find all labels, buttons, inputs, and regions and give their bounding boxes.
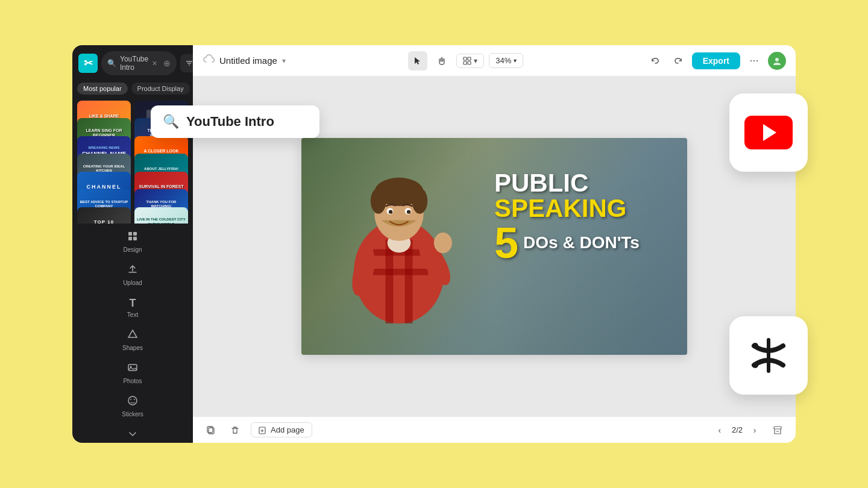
show-more-btn[interactable] [72, 425, 193, 443]
svg-point-33 [407, 210, 410, 213]
sidebar-search-bar[interactable]: 🔍 YouTube Intro ✕ ⊕ [101, 51, 177, 75]
svg-point-19 [775, 58, 779, 61]
svg-rect-16 [468, 57, 471, 60]
svg-point-35 [434, 233, 452, 253]
nav-design[interactable]: Design [72, 226, 193, 258]
floating-youtube-icon [729, 93, 808, 172]
sidebar: ✂ 🔍 YouTube Intro ✕ ⊕ [72, 45, 193, 443]
filter-button[interactable] [180, 54, 193, 72]
svg-rect-10 [128, 364, 137, 371]
svg-point-13 [130, 399, 131, 400]
topbar-right: Export ··· [646, 52, 786, 70]
canvas-content: PUBLIC SPEAKING 5 DOs & DON'Ts [301, 138, 687, 355]
text-overlay: PUBLIC SPEAKING 5 DOs & DON'Ts [494, 170, 679, 264]
design-icon [127, 231, 138, 245]
svg-marker-9 [128, 330, 137, 337]
layout-dropdown-btn[interactable]: ▾ [456, 54, 484, 68]
sidebar-search-row: ✂ 🔍 YouTube Intro ✕ ⊕ [72, 45, 193, 79]
filter-tabs-row: Most popular Product Display F [72, 79, 193, 98]
zoom-value: 34% [495, 56, 511, 65]
filter-tab-product-display[interactable]: Product Display [131, 83, 190, 95]
svg-rect-8 [133, 237, 137, 240]
nav-upload[interactable]: Upload [72, 259, 193, 291]
prev-page-btn[interactable]: ‹ [712, 423, 727, 437]
svg-point-28 [371, 188, 386, 214]
svg-point-29 [412, 188, 427, 214]
stickers-icon [127, 395, 138, 409]
editor-area: Untitled image ▾ [193, 45, 796, 443]
template-card[interactable]: LIVE IN THE COLDEST CITY IN THE WORLD [134, 207, 188, 224]
svg-point-42 [752, 343, 758, 349]
topbar-center: ▾ 34% ▾ [292, 51, 640, 70]
more-options-button[interactable]: ··· [745, 52, 763, 70]
canvas-number: 5 [494, 221, 518, 264]
archive-btn[interactable] [769, 422, 786, 439]
title-dropdown-arrow[interactable]: ▾ [282, 57, 286, 65]
search-tooltip: 🔍 YouTube Intro [151, 105, 319, 138]
svg-text:✂: ✂ [84, 57, 93, 69]
sidebar-nav: Design Upload T Text [72, 224, 193, 425]
document-title[interactable]: Untitled image [219, 55, 277, 66]
svg-rect-5 [128, 232, 132, 236]
app-wrapper: ✂ 🔍 YouTube Intro ✕ ⊕ [72, 45, 796, 443]
next-page-btn[interactable]: › [747, 423, 762, 437]
add-page-button[interactable]: Add page [251, 422, 312, 437]
svg-rect-7 [128, 237, 132, 240]
page-nav: ‹ 2/2 › [712, 423, 762, 437]
presenter-svg [301, 143, 502, 324]
canvas-title-speaking: SPEAKING [494, 196, 679, 221]
nav-shapes[interactable]: Shapes [72, 324, 193, 356]
stickers-label: Stickers [122, 411, 143, 418]
filter-tab-most-popular[interactable]: Most popular [77, 83, 128, 95]
delete-page-btn[interactable] [227, 422, 244, 439]
search-icon-small: 🔍 [107, 59, 116, 67]
undo-button[interactable] [646, 52, 664, 70]
svg-rect-15 [464, 57, 467, 60]
nav-text[interactable]: T Text [72, 292, 193, 323]
canvas-title-public: PUBLIC [494, 170, 679, 196]
duplicate-page-btn[interactable] [203, 422, 219, 439]
title-block: PUBLIC SPEAKING 5 DOs & DON'Ts [494, 170, 679, 264]
export-button[interactable]: Export [692, 52, 740, 69]
nav-stickers[interactable]: Stickers [72, 390, 193, 422]
select-tool-btn[interactable] [408, 51, 427, 70]
topbar-left: Untitled image ▾ [203, 53, 286, 68]
redo-button[interactable] [669, 52, 687, 70]
svg-point-12 [128, 396, 137, 405]
zoom-dropdown-arrow: ▾ [514, 57, 517, 64]
tooltip-search-text: YouTube Intro [186, 114, 274, 130]
app-logo[interactable]: ✂ [78, 54, 98, 73]
svg-rect-17 [464, 61, 467, 64]
canvas-subtitle: DOs & DON'Ts [523, 233, 640, 253]
add-page-label: Add page [271, 425, 304, 434]
main-container: ✂ 🔍 YouTube Intro ✕ ⊕ [72, 45, 796, 443]
text-label: Text [127, 311, 138, 318]
upload-icon [127, 264, 138, 278]
photos-icon [127, 362, 138, 376]
photos-label: Photos [123, 378, 142, 384]
shapes-label: Shapes [122, 345, 143, 351]
user-avatar[interactable] [768, 52, 786, 70]
svg-point-43 [752, 362, 758, 368]
hand-tool-btn[interactable] [432, 51, 451, 70]
sidebar-search-text: YouTube Intro [120, 55, 148, 72]
svg-point-32 [389, 210, 392, 213]
cloud-save-icon [203, 53, 215, 68]
search-clear-btn[interactable]: ✕ [152, 60, 157, 67]
template-card[interactable]: TOP 10 [77, 207, 131, 224]
zoom-control[interactable]: 34% ▾ [489, 53, 523, 68]
number-row: 5 DOs & DON'Ts [494, 221, 679, 264]
canvas-frame[interactable]: PUBLIC SPEAKING 5 DOs & DON'Ts [301, 138, 687, 355]
search-camera-btn[interactable]: ⊕ [163, 58, 171, 68]
upload-label: Upload [123, 280, 142, 286]
layout-dropdown-label: ▾ [474, 57, 477, 65]
youtube-play-button [744, 116, 793, 149]
tooltip-search-icon: 🔍 [163, 114, 179, 130]
page-indicator: 2/2 [732, 425, 743, 434]
editor-bottombar: Add page ‹ 2/2 › [193, 416, 796, 443]
nav-photos[interactable]: Photos [72, 357, 193, 389]
svg-rect-6 [133, 232, 137, 236]
svg-rect-40 [774, 427, 781, 429]
svg-point-14 [134, 399, 135, 400]
template-card-label: LIVE IN THE COLDEST CITY IN THE WORLD [134, 207, 188, 224]
